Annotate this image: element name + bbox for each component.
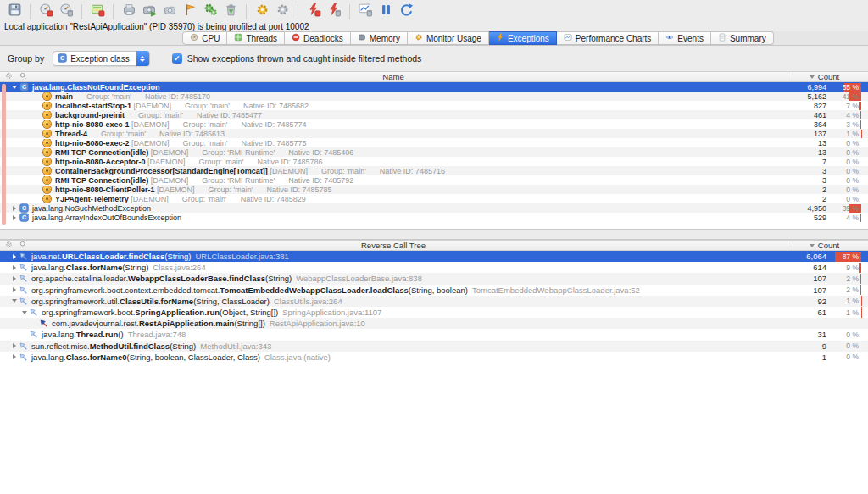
force-gc-button[interactable] (200, 2, 220, 21)
clear-exception-data-button[interactable] (324, 2, 344, 21)
tab-monitor-usage[interactable]: Monitor Usage (408, 31, 489, 45)
collapse-icon[interactable] (10, 86, 19, 89)
tree-cell: background-preinitGroup: 'main'Native ID… (0, 111, 787, 119)
thread-row[interactable]: ContainerBackgroundProcessor[StandardEng… (0, 166, 868, 175)
method-name: SpringApplication.run (135, 308, 220, 317)
percent-value: 55 % (843, 82, 859, 92)
tab-label: Monitor Usage (426, 34, 481, 43)
count-value: 6,994 (787, 83, 831, 92)
reverse-tree-title[interactable]: Reverse Call Tree (0, 241, 787, 250)
profile-cpu-button[interactable] (36, 2, 56, 21)
clear-object-data-button[interactable] (220, 2, 241, 21)
method-args: () (118, 330, 123, 339)
tab-threads[interactable]: Threads (227, 31, 285, 45)
thread-icon (43, 195, 51, 203)
toolbar-divider (349, 4, 350, 19)
tab-exceptions[interactable]: Exceptions (489, 31, 557, 45)
tab-memory[interactable]: Memory (351, 31, 408, 45)
thread-telemetry-button[interactable] (87, 2, 108, 21)
set-flag-button[interactable] (180, 2, 200, 21)
method-icon (19, 352, 28, 362)
expand-icon[interactable] (10, 265, 19, 270)
tab-exceptions-icon (496, 33, 504, 43)
toolbar-divider (113, 4, 114, 19)
tree-cell: http-nio-8080-exec-1 [DAEMON]Group: 'mai… (0, 120, 787, 129)
show-exceptions-checkbox[interactable]: ✓ (172, 53, 182, 64)
save-snapshot-button[interactable] (4, 2, 25, 21)
exception-class-row[interactable]: Cjava.lang.ClassNotFoundException6,99455… (0, 82, 868, 92)
tab-deadlocks[interactable]: Deadlocks (285, 31, 351, 45)
thread-row[interactable]: mainGroup: 'main'Native ID: 74851705,162… (0, 92, 868, 101)
thread-native-id: Native ID: 7485785 (267, 186, 332, 194)
thread-row[interactable]: background-preinitGroup: 'main'Native ID… (0, 110, 868, 119)
exception-class-row[interactable]: Cjava.lang.NoSuchMethodException4,95039 … (0, 203, 868, 213)
exception-profiling-button[interactable] (303, 2, 324, 21)
call-tree-row[interactable]: org.apache.catalina.loader.WebappClassLo… (0, 273, 868, 284)
tab-performance-charts[interactable]: Performance Charts (557, 31, 659, 45)
capture-memory-snapshot-button[interactable] (119, 2, 139, 21)
tab-bar: CPUThreadsDeadlocksMemoryMonitor UsageEx… (0, 31, 868, 46)
thread-icon (43, 186, 51, 193)
collapse-icon[interactable] (20, 311, 29, 314)
expand-icon[interactable] (10, 206, 19, 211)
compare-snapshot-button[interactable] (159, 2, 180, 21)
thread-row[interactable]: http-nio-8080-Acceptor-0 [DAEMON]Group: … (0, 157, 868, 166)
call-tree-row[interactable]: java.lang.Class.forName0(String, boolean… (0, 352, 868, 363)
thread-row[interactable]: http-nio-8080-ClientPoller-1 [DAEMON]Gro… (0, 185, 868, 194)
expand-icon[interactable] (10, 276, 19, 281)
capture-memory-snapshot-icon (122, 3, 136, 20)
thread-row[interactable]: http-nio-8080-exec-2 [DAEMON]Group: 'mai… (0, 138, 868, 147)
thread-name: http-nio-8080-Acceptor-0 (55, 158, 146, 166)
count-column-header[interactable]: Count (787, 72, 861, 81)
monitor-profiling-button[interactable] (252, 2, 272, 21)
pause-telemetry-button[interactable] (376, 2, 396, 21)
thread-row[interactable]: RMI TCP Connection(idle) [DAEMON]Group: … (0, 175, 868, 185)
count-column-header[interactable]: Count (787, 241, 861, 250)
tree-cell: mainGroup: 'main'Native ID: 7485170 (0, 92, 787, 101)
call-tree-row[interactable]: java.net.URLClassLoader.findClass(String… (0, 251, 868, 262)
panel-splitter[interactable] (0, 229, 868, 240)
tab-summary[interactable]: Summary (711, 31, 774, 45)
expand-icon[interactable] (10, 287, 19, 292)
thread-row[interactable]: RMI TCP Connection(idle) [DAEMON]Group: … (0, 147, 868, 157)
clear-monitor-data-button[interactable] (272, 2, 292, 21)
call-tree-row[interactable]: org.springframework.boot.SpringApplicati… (0, 307, 868, 318)
thread-row[interactable]: YJPAgent-Telemetry [DAEMON]Group: 'main'… (0, 194, 868, 203)
thread-row[interactable]: localhost-startStop-1 [DAEMON]Group: 'ma… (0, 101, 868, 110)
clear-charts-button[interactable] (355, 2, 376, 21)
clear-cpu-data-button[interactable] (56, 2, 76, 21)
call-tree-row[interactable]: java.lang.Class.forName(String)Class.jav… (0, 262, 868, 273)
percent-cell: 0 % (831, 329, 861, 340)
tab-cpu[interactable]: CPU (182, 31, 227, 45)
tab-label: Events (677, 34, 704, 43)
refresh-button[interactable] (396, 2, 416, 21)
tab-events[interactable]: Events (659, 31, 711, 45)
exception-class-name: java.lang.ClassNotFoundException (32, 83, 160, 92)
percent-value: 1 % (846, 307, 859, 318)
call-tree-row[interactable]: java.lang.Thread.run()Thread.java:748310… (0, 329, 868, 340)
expand-icon[interactable] (10, 215, 19, 220)
svg-text:C: C (22, 204, 26, 212)
percent-value: 3 % (846, 119, 859, 129)
expand-icon[interactable] (10, 343, 19, 348)
advance-object-generation-button[interactable] (139, 2, 159, 21)
daemon-flag: [DAEMON] (130, 139, 170, 147)
thread-row[interactable]: Thread-4Group: 'main'Native ID: 74856131… (0, 129, 868, 138)
expand-icon[interactable] (10, 254, 19, 259)
call-tree-row[interactable]: com.javadevjournal.rest.RestApiApplicati… (0, 318, 868, 329)
expand-icon[interactable] (10, 354, 19, 359)
group-by-select[interactable]: C Exception class (53, 51, 149, 66)
thread-icon (43, 120, 51, 128)
exception-class-row[interactable]: Cjava.lang.ArrayIndexOutOfBoundsExceptio… (0, 213, 868, 222)
method-args: (String) (170, 341, 196, 351)
name-column-header[interactable]: Name (0, 72, 787, 81)
call-tree-row[interactable]: org.springframework.boot.context.embedde… (0, 285, 868, 296)
method-package: com.javadevjournal.rest. (52, 319, 139, 328)
exception-class-name: java.lang.NoSuchMethodException (32, 204, 151, 213)
call-tree-row[interactable]: org.springframework.util.ClassUtils.forN… (0, 296, 868, 307)
thread-row[interactable]: http-nio-8080-exec-1 [DAEMON]Group: 'mai… (0, 119, 868, 129)
collapse-icon[interactable] (10, 299, 19, 303)
percent-value: 0 % (846, 194, 859, 203)
call-tree-row[interactable]: sun.reflect.misc.MethodUtil.findClass(St… (0, 341, 868, 352)
daemon-flag: [DAEMON] (129, 195, 169, 203)
